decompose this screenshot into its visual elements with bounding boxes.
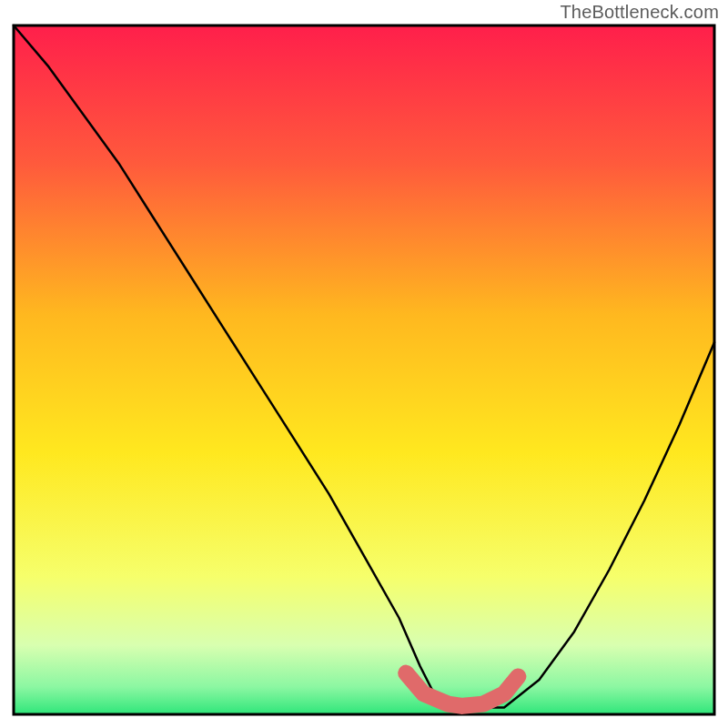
bottleneck-chart bbox=[0, 0, 728, 728]
plot-background bbox=[14, 25, 714, 714]
chart-container: TheBottleneck.com bbox=[0, 0, 728, 728]
watermark-text: TheBottleneck.com bbox=[560, 2, 719, 23]
